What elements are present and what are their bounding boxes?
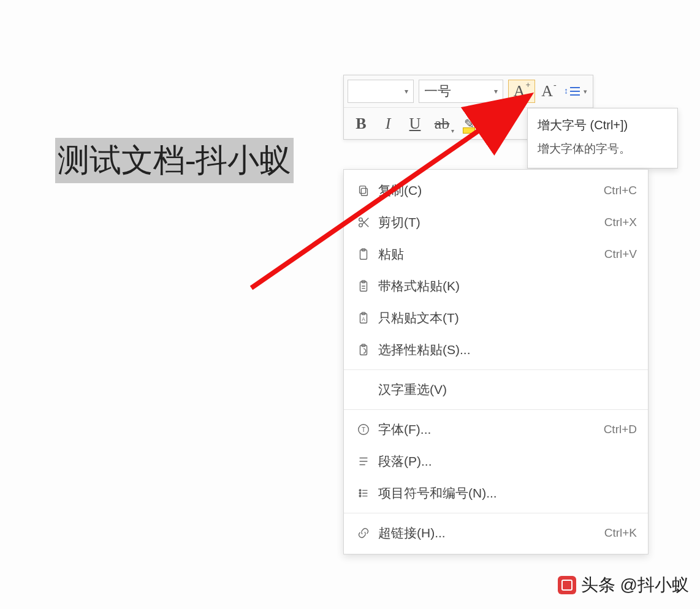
svg-rect-0 bbox=[361, 188, 367, 195]
menu-shortcut: Ctrl+V bbox=[604, 248, 637, 261]
chevron-down-icon[interactable]: ▾ bbox=[451, 127, 454, 134]
paragraph-icon bbox=[352, 455, 375, 468]
menu-shortcut: Ctrl+X bbox=[604, 216, 637, 229]
document-area: 测试文档-抖小蚁 bbox=[55, 138, 294, 183]
chevron-down-icon[interactable]: ▾ bbox=[489, 87, 503, 96]
copy-icon bbox=[352, 184, 375, 197]
scissors-icon bbox=[352, 216, 375, 229]
chevron-down-icon[interactable]: ▾ bbox=[584, 88, 587, 96]
context-menu: 复制(C) Ctrl+C 剪切(T) Ctrl+X 粘贴 Ctrl+V 带格式粘… bbox=[343, 169, 649, 554]
menu-label: 段落(P)... bbox=[375, 453, 637, 470]
menu-item-bullets[interactable]: 项目符号和编号(N)... bbox=[344, 477, 648, 509]
svg-text:T: T bbox=[362, 426, 365, 433]
menu-label: 剪切(T) bbox=[375, 214, 604, 231]
menu-label: 只粘贴文本(T) bbox=[375, 309, 637, 327]
menu-separator bbox=[344, 409, 648, 410]
menu-item-copy[interactable]: 复制(C) Ctrl+C bbox=[344, 175, 648, 206]
selected-text[interactable]: 测试文档-抖小蚁 bbox=[55, 138, 294, 183]
bold-button[interactable]: B bbox=[348, 112, 375, 135]
menu-shortcut: Ctrl+C bbox=[604, 184, 637, 197]
svg-point-16 bbox=[359, 493, 361, 494]
decrease-font-glyph: A bbox=[541, 82, 553, 100]
tooltip: 增大字号 (Ctrl+]) 增大字体的字号。 bbox=[527, 108, 678, 168]
list-icon bbox=[352, 486, 375, 500]
minus-icon: - bbox=[554, 80, 557, 90]
decrease-font-button[interactable]: A- bbox=[535, 80, 562, 103]
line-spacing-icon: ↕ bbox=[564, 86, 580, 96]
font-color-swatch bbox=[490, 131, 502, 133]
menu-label: 带格式粘贴(K) bbox=[375, 278, 637, 295]
link-icon bbox=[352, 526, 375, 540]
font-size-value: 一号 bbox=[419, 82, 489, 100]
watermark: 头条 @抖小蚁 bbox=[558, 573, 689, 597]
font-t-icon: T bbox=[352, 423, 375, 436]
increase-font-button[interactable]: A+ bbox=[508, 80, 535, 103]
menu-separator bbox=[344, 513, 648, 513]
menu-item-reselect-hanzi[interactable]: 汉字重选(V) bbox=[344, 374, 648, 406]
menu-label: 复制(C) bbox=[375, 182, 604, 199]
menu-item-font[interactable]: T 字体(F)... Ctrl+D bbox=[344, 414, 648, 445]
toolbar-row-1: ▾ 一号 ▾ A+ A- ↕ ▾ bbox=[344, 75, 593, 107]
font-name-combo[interactable]: ▾ bbox=[348, 80, 414, 103]
menu-item-paste-special[interactable]: 选择性粘贴(S)... bbox=[344, 334, 648, 366]
clipboard-text-icon: A bbox=[352, 311, 375, 325]
svg-point-15 bbox=[359, 490, 361, 491]
svg-rect-1 bbox=[360, 186, 366, 194]
font-color-button[interactable]: A bbox=[482, 112, 509, 135]
menu-label: 汉字重选(V) bbox=[375, 381, 637, 398]
italic-button[interactable]: I bbox=[375, 112, 401, 135]
chevron-down-icon[interactable]: ▾ bbox=[400, 87, 413, 96]
strike-glyph: ab bbox=[435, 115, 450, 133]
svg-text:A: A bbox=[362, 317, 365, 322]
tooltip-title: 增大字号 (Ctrl+]) bbox=[538, 117, 668, 134]
menu-item-paste-text[interactable]: A 只粘贴文本(T) bbox=[344, 302, 648, 334]
menu-item-cut[interactable]: 剪切(T) Ctrl+X bbox=[344, 206, 648, 238]
watermark-text: 头条 @抖小蚁 bbox=[581, 573, 689, 597]
line-spacing-button[interactable]: ↕ ▾ bbox=[562, 80, 589, 103]
plus-icon: + bbox=[525, 80, 530, 90]
menu-label: 项目符号和编号(N)... bbox=[375, 485, 637, 502]
menu-item-paste-format[interactable]: 带格式粘贴(K) bbox=[344, 270, 648, 302]
clipboard-format-icon bbox=[352, 279, 375, 293]
menu-item-paste[interactable]: 粘贴 Ctrl+V bbox=[344, 238, 648, 270]
tooltip-description: 增大字体的字号。 bbox=[538, 141, 668, 157]
highlight-swatch bbox=[463, 127, 475, 134]
menu-shortcut: Ctrl+K bbox=[604, 526, 637, 540]
underline-button[interactable]: U bbox=[401, 112, 428, 135]
menu-shortcut: Ctrl+D bbox=[604, 423, 637, 436]
menu-label: 字体(F)... bbox=[375, 421, 604, 438]
watermark-logo-icon bbox=[558, 576, 576, 594]
menu-item-hyperlink[interactable]: 超链接(H)... Ctrl+K bbox=[344, 517, 648, 549]
menu-label: 选择性粘贴(S)... bbox=[375, 341, 637, 358]
clipboard-special-icon bbox=[352, 343, 375, 357]
highlight-color-button[interactable]: ✎ bbox=[455, 112, 482, 135]
menu-label: 粘贴 bbox=[375, 246, 604, 263]
menu-label: 超链接(H)... bbox=[375, 524, 604, 542]
strikethrough-button[interactable]: ab ▾ bbox=[428, 112, 455, 135]
font-color-glyph: A bbox=[490, 115, 502, 133]
menu-item-paragraph[interactable]: 段落(P)... bbox=[344, 445, 648, 477]
svg-point-17 bbox=[359, 495, 361, 497]
font-size-combo[interactable]: 一号 ▾ bbox=[419, 80, 503, 103]
clipboard-icon bbox=[352, 248, 375, 261]
increase-font-glyph: A bbox=[514, 82, 525, 100]
menu-separator bbox=[344, 369, 648, 370]
